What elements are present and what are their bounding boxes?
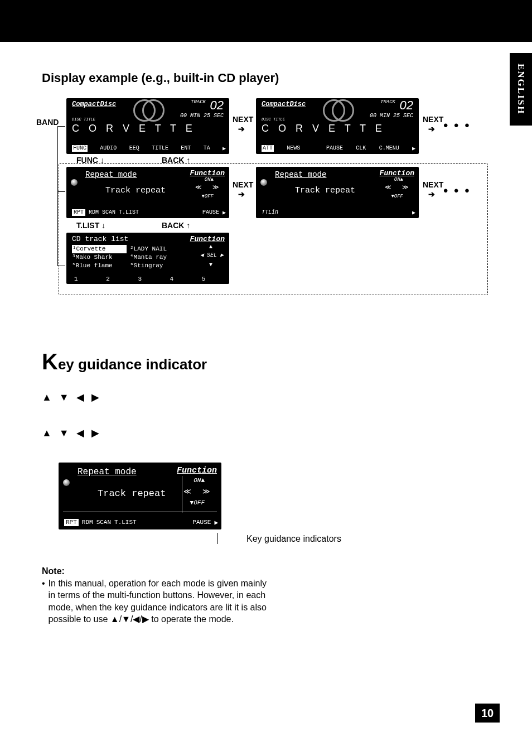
key-guidance-heading: Key guidance indicator bbox=[42, 349, 479, 374]
softkey: RDM bbox=[89, 209, 99, 216]
lcd-track-num: 02 bbox=[210, 98, 224, 113]
next-arrow-icon: ➔ bbox=[238, 124, 245, 133]
page-number-badge: 10 bbox=[475, 704, 500, 723]
arrow-symbols-row: ▲ ▼ ◀ ▶ bbox=[42, 391, 479, 403]
softkey: PAUSE bbox=[192, 519, 211, 526]
lcd-track-numbers: 1 2 3 4 5 6 ▶ bbox=[74, 275, 229, 282]
softkey: CLK bbox=[356, 145, 366, 152]
cd-logo-icon bbox=[323, 98, 351, 121]
more-icon: ▶ bbox=[223, 145, 226, 152]
softkey: RDM bbox=[82, 519, 93, 526]
cd-logo-icon bbox=[133, 98, 161, 121]
connector-line bbox=[57, 266, 65, 266]
heading-initial: K bbox=[42, 349, 58, 374]
lcd-repeat-a: Repeat mode Function ON▲ ≪ ≫ ▼OFF Track … bbox=[66, 167, 229, 218]
next-arrow-icon: ➔ bbox=[428, 190, 435, 199]
track-item: ⁶Stingray bbox=[130, 262, 185, 270]
lcd-function-label: Function bbox=[190, 169, 225, 177]
divider bbox=[63, 512, 217, 512]
lcd-title: CompactDisc bbox=[262, 100, 306, 108]
softkey: TITLE bbox=[152, 145, 168, 152]
lcd-repeat-b: Repeat mode Function ON▲ ≪ ≫ ▼OFF Track … bbox=[256, 167, 419, 218]
bulb-icon bbox=[260, 179, 267, 186]
lcd-on-label: ON▲ bbox=[205, 177, 214, 182]
heading-rest: ey guidance indicator bbox=[58, 356, 207, 373]
lcd-bottom-keys: TTLin ▶ bbox=[262, 209, 415, 216]
ellipsis-icon: • • • bbox=[443, 183, 471, 199]
note-block: Note: • In this manual, operation for ea… bbox=[42, 565, 270, 625]
page-number: 10 bbox=[481, 707, 494, 720]
divider bbox=[182, 476, 182, 513]
down-arrow-icon: ▼ bbox=[209, 262, 212, 268]
lcd-disc-title: C O R V E T T E bbox=[72, 123, 196, 134]
more-icon: ▶ bbox=[412, 209, 415, 216]
lcd-off-label: ▼OFF bbox=[391, 194, 403, 199]
softkey: SCAN bbox=[102, 209, 115, 216]
note-text: In this manual, operation for each mode … bbox=[49, 577, 270, 625]
note-item: • In this manual, operation for each mod… bbox=[42, 577, 270, 625]
lcd-cd-tracklist: CD track list Function ▲ ◀ SEL ▶ ▼ ¹Corv… bbox=[66, 233, 229, 284]
back-up-label: BACK ↑ bbox=[162, 221, 190, 230]
lcd-sel-label: ◀ SEL ▶ bbox=[200, 252, 224, 258]
softkey: NEWS bbox=[287, 145, 300, 152]
softkey: PAUSE bbox=[326, 145, 343, 152]
lcd-lr-arrows-icon: ≪ ≫ bbox=[183, 487, 214, 496]
lcd-track-num: 02 bbox=[400, 98, 413, 113]
next-label: NEXT bbox=[423, 115, 443, 124]
next-arrow-icon: ➔ bbox=[428, 124, 435, 133]
softkey: AUDIO bbox=[100, 145, 117, 152]
lcd-heading: Repeat mode bbox=[85, 170, 137, 179]
func-down-label: FUNC ↓ bbox=[76, 156, 104, 165]
tlist-down-label: T.LIST ↓ bbox=[76, 221, 105, 230]
softkey: ATT bbox=[262, 145, 274, 152]
lcd-disc-title: C O R V E T T E bbox=[262, 123, 385, 134]
softkey: RPT bbox=[72, 209, 85, 216]
next-label: NEXT bbox=[423, 180, 443, 189]
lcd-on-label: ON▲ bbox=[194, 477, 205, 484]
track-item: ³Mako Shark bbox=[72, 253, 127, 262]
lcd-tracks: ¹Corvette ²LADY NAIL ³Mako Shark ⁴Manta … bbox=[72, 245, 185, 270]
lcd-cd-main-b: CompactDisc TRACK 02 00 MIN 25 SEC DISC … bbox=[256, 98, 419, 154]
lcd-time: 00 MIN 25 SEC bbox=[180, 113, 224, 119]
connector-line bbox=[57, 126, 65, 127]
bullet-icon: • bbox=[42, 577, 45, 625]
lcd-disc-title-label: DISC TITLE bbox=[262, 117, 285, 122]
softkey: ENT bbox=[181, 145, 191, 152]
lcd-softkeys: FUNC AUDIO EEQ TITLE ENT TA ▶ bbox=[72, 145, 226, 152]
next-label: NEXT bbox=[233, 180, 253, 189]
standalone-lcd-figure: Repeat mode Function ON▲ ≪ ≫ ▼OFF Track … bbox=[59, 463, 231, 529]
band-label: BAND bbox=[36, 118, 59, 127]
note-heading: Note: bbox=[42, 565, 270, 577]
page-content: Display example (e.g., built-in CD playe… bbox=[0, 42, 532, 625]
track-item: ¹Corvette bbox=[72, 245, 127, 253]
lcd-bottom-keys: RPT RDM SCAN T.LIST PAUSE ▶ bbox=[64, 519, 218, 526]
softkey: T.LIST bbox=[114, 519, 137, 526]
lcd-disc-title-label: DISC TITLE bbox=[72, 117, 95, 122]
more-icon: ▶ bbox=[412, 145, 415, 152]
standalone-caption: Key guidance indicators bbox=[109, 534, 479, 544]
lcd-function-label: Function bbox=[177, 466, 217, 475]
lcd-off-label: ▼OFF bbox=[190, 499, 205, 506]
connector-line bbox=[57, 126, 58, 266]
lcd-heading: Repeat mode bbox=[275, 170, 326, 179]
lcd-off-label: ▼OFF bbox=[201, 194, 214, 199]
lcd-value: Track repeat bbox=[295, 186, 355, 195]
lcd-value: Track repeat bbox=[105, 186, 166, 195]
black-header-bar bbox=[0, 0, 532, 42]
lcd-function-label: Function bbox=[190, 235, 225, 243]
softkey: TA bbox=[204, 145, 210, 152]
bulb-icon bbox=[63, 479, 70, 486]
lcd-track-label: TRACK bbox=[380, 99, 395, 105]
back-up-label: BACK ↑ bbox=[162, 156, 190, 165]
track-item: ²LADY NAIL bbox=[130, 245, 185, 253]
lcd-function-label: Function bbox=[380, 169, 414, 177]
track-item: ⁵Blue flame bbox=[72, 262, 127, 270]
track-item: ⁴Manta ray bbox=[130, 253, 185, 262]
display-diagram: BAND CompactDisc TRACK 02 00 MIN 25 SEC … bbox=[42, 95, 479, 302]
more-icon: ▶ bbox=[214, 519, 218, 526]
lcd-lr-arrows-icon: ≪ ≫ bbox=[385, 184, 412, 191]
lcd-repeat-standalone: Repeat mode Function ON▲ ≪ ≫ ▼OFF Track … bbox=[59, 463, 221, 529]
lcd-heading: Repeat mode bbox=[78, 467, 137, 477]
connector-line bbox=[57, 191, 65, 192]
next-arrow-icon: ➔ bbox=[238, 190, 245, 199]
